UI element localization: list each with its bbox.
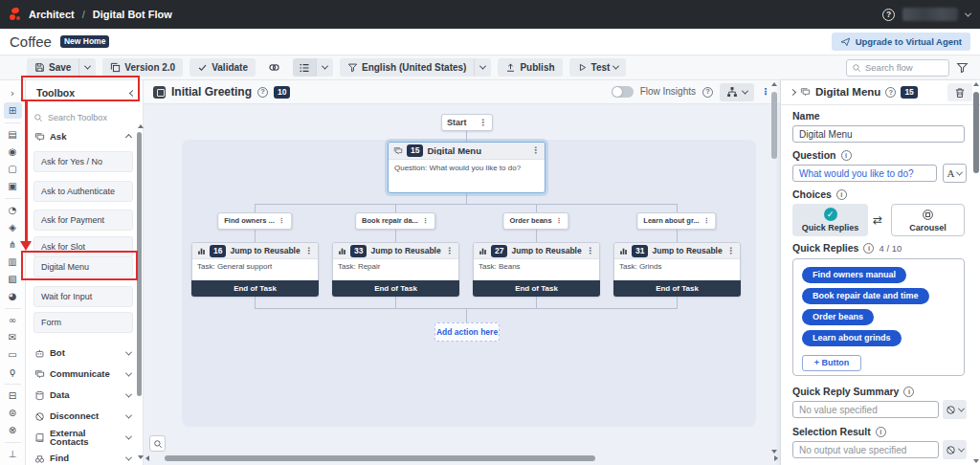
- comment-icon[interactable]: ⊜: [4, 405, 22, 421]
- no-value-button[interactable]: [943, 400, 967, 419]
- selection-input[interactable]: [792, 441, 939, 458]
- quick-reply-pill[interactable]: Learn about grinds: [802, 330, 902, 346]
- inspector-scrollbar[interactable]: [973, 84, 980, 461]
- canvas-horizontal-scrollbar[interactable]: [151, 455, 772, 462]
- node-kebab-icon[interactable]: ⋮: [556, 218, 563, 225]
- help-icon[interactable]: ?: [882, 9, 895, 21]
- scroll-down-arrow[interactable]: [973, 459, 979, 463]
- version-button[interactable]: Version 2.0: [102, 58, 183, 77]
- save-button[interactable]: Save: [27, 58, 78, 77]
- analytics-icon[interactable]: ▥: [4, 254, 22, 270]
- start-node[interactable]: Start ⋮: [441, 114, 493, 131]
- category-ask[interactable]: Ask: [34, 128, 134, 145]
- add-reply-button[interactable]: + Button: [802, 355, 861, 371]
- language-menu-button[interactable]: [474, 58, 491, 77]
- branch-label[interactable]: Learn about gr...⋮: [636, 212, 716, 230]
- target-icon[interactable]: ◉: [4, 144, 22, 160]
- dependencies-button[interactable]: [262, 58, 286, 77]
- test-button[interactable]: Test: [569, 58, 627, 77]
- card-icon[interactable]: ▭: [4, 346, 22, 363]
- collapse-panel-icon[interactable]: [790, 89, 796, 96]
- category-communicate[interactable]: Communicate: [34, 365, 134, 383]
- node-kebab-icon[interactable]: ⋮: [531, 146, 540, 155]
- upgrade-virtual-agent-button[interactable]: Upgrade to Virtual Agent: [832, 33, 970, 51]
- toolbox-icon[interactable]: ⊞: [4, 102, 22, 119]
- search-flow-input[interactable]: [865, 62, 942, 73]
- user-account-blurred[interactable]: [902, 8, 958, 21]
- info-icon[interactable]: i: [863, 243, 874, 254]
- node-kebab-icon[interactable]: ⋮: [703, 218, 710, 225]
- branch-label[interactable]: Find owners ...⋮: [217, 212, 292, 230]
- add-action-button[interactable]: Add action here: [434, 322, 500, 342]
- summary-input[interactable]: [792, 401, 939, 418]
- message-icon[interactable]: ✉: [4, 329, 22, 345]
- help-icon[interactable]: ?: [885, 87, 896, 98]
- jump-task-node[interactable]: 27 Jump to Reusable Task ⋮ Task: Beans E…: [473, 242, 600, 297]
- help-icon[interactable]: ?: [702, 87, 713, 98]
- jump-task-node[interactable]: 31 Jump to Reusable Task ⋮ Task: Grinds …: [613, 242, 741, 297]
- category-data[interactable]: Data: [34, 387, 134, 404]
- question-input[interactable]: [792, 165, 937, 182]
- category-find[interactable]: Find: [34, 450, 134, 465]
- node-kebab-icon[interactable]: ⋮: [445, 247, 454, 255]
- toolbox-item-ask-authenticate[interactable]: Ask to Authenticate: [33, 181, 133, 202]
- usage-icon[interactable]: ◕: [4, 288, 22, 304]
- toolbox-item-wait-for-input[interactable]: Wait for Input: [33, 286, 133, 307]
- toolbox-item-ask-yes-no[interactable]: Ask for Yes / No: [33, 151, 133, 172]
- collapse-rail-icon[interactable]: ›: [4, 85, 22, 101]
- name-input[interactable]: [792, 125, 965, 143]
- scrollbar-thumb[interactable]: [771, 92, 777, 159]
- window-icon[interactable]: ▣: [4, 178, 22, 194]
- filter-icon[interactable]: [956, 61, 969, 74]
- digital-menu-node[interactable]: 15 Digital Menu ⋮ Question: What would y…: [388, 142, 546, 193]
- scrollbar-thumb[interactable]: [973, 92, 979, 173]
- flow-canvas[interactable]: Initial Greeting ? 10 Flow Insights ? ⋮: [144, 80, 780, 465]
- carousel-choice-card[interactable]: Carousel: [891, 204, 965, 236]
- scroll-down-arrow[interactable]: [771, 450, 777, 454]
- info-icon[interactable]: i: [836, 189, 847, 200]
- jump-task-node[interactable]: 33 Jump to Reusable Task ⋮ Task: Repair …: [332, 242, 459, 297]
- node-kebab-icon[interactable]: ⋮: [278, 218, 285, 225]
- data-icon[interactable]: ⊟: [4, 388, 22, 404]
- category-disconnect[interactable]: Disconnect: [34, 408, 134, 425]
- sitemap-icon[interactable]: ⊥: [4, 446, 22, 462]
- node-kebab-icon[interactable]: ⋮: [422, 218, 429, 225]
- toolbox-search-input[interactable]: [48, 113, 122, 122]
- branch-label[interactable]: Order beans⋮: [502, 212, 568, 230]
- history-icon[interactable]: ◔: [4, 202, 22, 218]
- list-view-button[interactable]: [293, 58, 316, 77]
- scrollbar-thumb[interactable]: [165, 455, 595, 461]
- category-external-contacts[interactable]: External Contacts: [34, 429, 134, 446]
- toolbox-item-form[interactable]: Form: [33, 312, 133, 333]
- user-menu-chevron-icon[interactable]: [965, 10, 971, 16]
- node-kebab-icon[interactable]: ⋮: [726, 247, 735, 255]
- publish-button[interactable]: Publish: [498, 58, 562, 77]
- panel-icon[interactable]: ▤: [4, 126, 22, 143]
- scroll-up-arrow[interactable]: [771, 82, 777, 86]
- report-icon[interactable]: ▧: [4, 271, 22, 287]
- quick-reply-pill[interactable]: Book repair date and time: [802, 288, 929, 304]
- node-kebab-icon[interactable]: ⋮: [304, 247, 313, 255]
- canvas-zoom-button[interactable]: [149, 435, 166, 452]
- links-icon[interactable]: ∞: [4, 312, 22, 328]
- flow-insights-toggle[interactable]: [612, 86, 634, 98]
- breadcrumb-brand[interactable]: Architect: [29, 10, 75, 20]
- no-value-button[interactable]: [943, 440, 967, 459]
- info-icon[interactable]: i: [841, 150, 852, 161]
- swap-icon[interactable]: ⇄: [873, 214, 882, 226]
- milestone-icon[interactable]: ◈: [4, 219, 22, 235]
- canvas-menu-kebab-icon[interactable]: ⋮: [761, 87, 770, 97]
- quick-replies-choice-card[interactable]: ✓ Quick Replies: [792, 204, 868, 236]
- branch-icon[interactable]: ⋔: [4, 236, 22, 253]
- canvas-vertical-scrollbar[interactable]: [771, 84, 778, 452]
- scroll-up-arrow[interactable]: [973, 82, 979, 86]
- audio-icon[interactable]: ϙ: [4, 364, 22, 380]
- language-button[interactable]: English (United States): [340, 58, 474, 77]
- document-icon[interactable]: ▢: [4, 161, 22, 177]
- node-kebab-icon[interactable]: ⋮: [586, 247, 594, 255]
- scroll-right-arrow[interactable]: [774, 455, 778, 461]
- scroll-left-arrow[interactable]: [145, 455, 149, 461]
- help-icon[interactable]: ?: [257, 87, 268, 98]
- jump-task-node[interactable]: 16 Jump to Reusable Task ⋮ Task: General…: [191, 242, 319, 297]
- error-icon[interactable]: ⊗: [4, 422, 22, 438]
